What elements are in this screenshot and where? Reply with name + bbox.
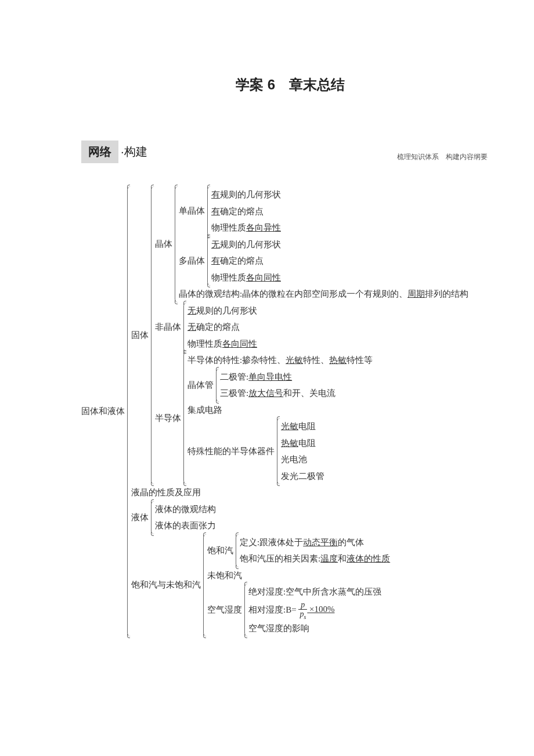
vapor-label: 饱和汽与未饱和汽	[131, 579, 203, 591]
semi-label: 半导体	[155, 413, 183, 424]
root-label: 固体和液体	[81, 406, 127, 417]
lcd: 液晶的性质及应用	[131, 484, 468, 501]
special-a: 光敏电阻	[281, 418, 324, 435]
humidity-rel: 相对湿度:B= p ps ×100%	[248, 600, 381, 620]
sat-label: 饱和汽	[207, 545, 236, 556]
single-b: 有确定的熔点	[211, 203, 281, 220]
concept-tree: 固体和液体 固体 晶体 单晶体 有规则的几何形状	[81, 186, 499, 636]
special-d: 发光二极管	[281, 468, 324, 485]
solid-label: 固体	[131, 330, 151, 341]
sat-def: 定义:跟液体处于动态平衡的气体	[240, 534, 390, 551]
section-right: 梳理知识体系 构建内容纲要	[397, 152, 488, 162]
humidity-abs: 绝对湿度:空气中所含水蒸气的压强	[248, 584, 381, 600]
special-c: 光电池	[281, 451, 324, 468]
section-header: 网络 ·构建 梳理知识体系 构建内容纲要	[81, 141, 499, 163]
section-sub: ·构建	[121, 144, 147, 160]
humidity-label: 空气湿度	[207, 604, 244, 615]
single-c: 物理性质各向异性	[211, 219, 281, 236]
crystal-label: 晶体	[155, 239, 175, 250]
liquid-b: 液体的表面张力	[155, 517, 216, 534]
poly-a: 无规则的几何形状	[211, 236, 281, 253]
single-a: 有规则的几何形状	[211, 186, 281, 203]
section-box: 网络	[81, 141, 118, 163]
amorphous-label: 非晶体	[155, 322, 183, 333]
poly-crystal-label: 多晶体	[179, 255, 207, 267]
page-title: 学案 6 章末总结	[81, 75, 499, 94]
ic: 集成电路	[187, 402, 373, 419]
special-label: 特殊性能的半导体器件	[187, 446, 277, 457]
triode: 三极管:放大信号和开、关电流	[220, 385, 335, 402]
sat-factor: 饱和汽压的相关因素:温度和液体的性质	[240, 550, 390, 567]
liquid-label: 液体	[131, 512, 151, 523]
amorph-c: 物理性质各向同性	[187, 336, 257, 352]
semi-feat: 半导体的特性:掺杂特性、光敏特性、热敏特性等	[187, 352, 373, 369]
single-crystal-label: 单晶体	[179, 206, 207, 217]
unsat: 未饱和汽	[207, 567, 390, 584]
special-b: 热敏电阻	[281, 435, 324, 452]
liquid-a: 液体的微观结构	[155, 501, 216, 518]
humidity-eff: 空气湿度的影响	[248, 620, 381, 637]
amorph-b: 无确定的熔点	[187, 319, 257, 336]
diode: 二极管:单向导电性	[220, 369, 335, 386]
poly-c: 物理性质各向同性	[211, 269, 281, 286]
poly-b: 有确定的熔点	[211, 253, 281, 269]
crystal-micro: 晶体的微观结构:晶体的微粒在内部空间形成一个有规则的、周期排列的结构	[179, 286, 468, 303]
transistor-label: 晶体管	[187, 380, 216, 391]
amorph-a: 无规则的几何形状	[187, 303, 257, 319]
